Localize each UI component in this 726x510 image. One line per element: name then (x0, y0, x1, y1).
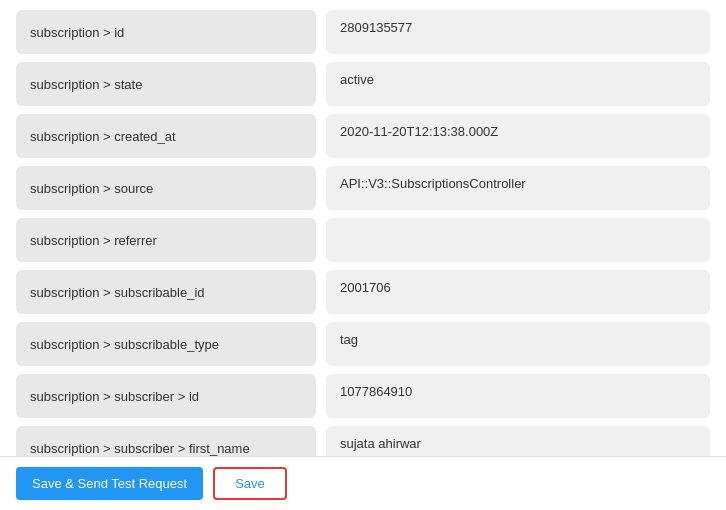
field-subscriber-first-name-label: subscription > subscriber > first_name (16, 426, 316, 456)
field-subscribable-type-value[interactable] (326, 322, 710, 366)
field-created-at-value[interactable] (326, 114, 710, 158)
field-subscribable-id-label: subscription > subscribable_id (16, 270, 316, 314)
field-row: subscription > created_at (16, 114, 710, 158)
field-row: subscription > state (16, 62, 710, 106)
save-button[interactable]: Save (213, 467, 287, 500)
field-subscriber-first-name-value[interactable] (326, 426, 710, 456)
field-state-label: subscription > state (16, 62, 316, 106)
field-row: subscription > id (16, 10, 710, 54)
field-created-at-label: subscription > created_at (16, 114, 316, 158)
save-send-button[interactable]: Save & Send Test Request (16, 467, 203, 500)
field-referrer-value[interactable] (326, 218, 710, 262)
field-subscriber-id-value[interactable] (326, 374, 710, 418)
field-row: subscription > subscribable_id (16, 270, 710, 314)
field-referrer-label: subscription > referrer (16, 218, 316, 262)
field-row: subscription > referrer (16, 218, 710, 262)
field-row: subscription > subscriber > first_name (16, 426, 710, 456)
field-id-value[interactable] (326, 10, 710, 54)
main-container: subscription > idsubscription > statesub… (0, 0, 726, 510)
field-row: subscription > source (16, 166, 710, 210)
field-subscribable-type-label: subscription > subscribable_type (16, 322, 316, 366)
field-id-label: subscription > id (16, 10, 316, 54)
field-row: subscription > subscriber > id (16, 374, 710, 418)
field-state-value[interactable] (326, 62, 710, 106)
field-source-value[interactable] (326, 166, 710, 210)
scroll-area[interactable]: subscription > idsubscription > statesub… (0, 0, 726, 456)
field-source-label: subscription > source (16, 166, 316, 210)
field-row: subscription > subscribable_type (16, 322, 710, 366)
field-subscribable-id-value[interactable] (326, 270, 710, 314)
field-subscriber-id-label: subscription > subscriber > id (16, 374, 316, 418)
footer: Save & Send Test Request Save (0, 456, 726, 510)
